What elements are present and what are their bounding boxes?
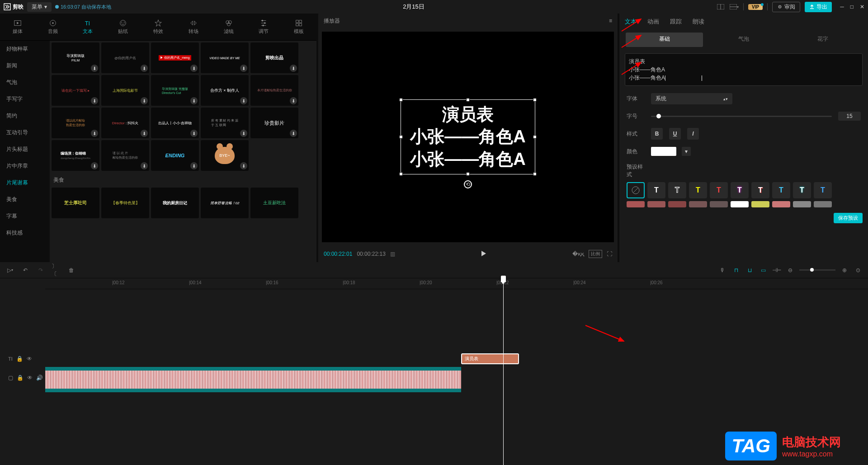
preset-style[interactable]: T xyxy=(668,182,686,198)
template-thumb[interactable]: 我的厨房日记 xyxy=(151,188,199,218)
sidebar-item[interactable]: 手写字 xyxy=(0,91,50,108)
export-button[interactable]: 导出 xyxy=(805,2,832,12)
sidebar-item[interactable]: 互动引导 xyxy=(0,124,50,141)
template-thumb[interactable]: 剪映出品⬇ xyxy=(250,42,298,73)
italic-button[interactable]: I xyxy=(687,128,699,140)
text-selection-box[interactable]: 演员表 小张——角色A 小张——角色A ⟲ xyxy=(401,99,535,174)
template-thumb[interactable]: 简单野餐攻略！02 xyxy=(201,188,249,218)
download-icon[interactable]: ⬇ xyxy=(240,65,247,72)
download-icon[interactable]: ⬇ xyxy=(290,97,297,104)
layout-icon-1[interactable] xyxy=(716,2,725,11)
vip-badge[interactable]: VIP xyxy=(748,4,763,10)
preset-style[interactable]: T xyxy=(647,182,665,198)
tab-text[interactable]: TI文本 xyxy=(71,14,106,40)
ratio-icon[interactable]: ▥ xyxy=(390,251,395,257)
subtab-bubble[interactable]: 气泡 xyxy=(705,33,782,47)
save-preset-button[interactable]: 保存预设 xyxy=(834,213,863,223)
template-thumb[interactable]: 出品人丨小小·吉祥物⬇ xyxy=(151,108,199,138)
sidebar-item[interactable]: 片中序章 xyxy=(0,158,50,174)
font-select[interactable]: 系统 ▴▾ xyxy=(651,93,732,104)
menu-button[interactable]: 菜单 ▾ xyxy=(27,2,52,12)
download-icon[interactable]: ⬇ xyxy=(190,130,198,137)
template-thumb[interactable]: 谨 以 此 片献给热爱生活的你⬇ xyxy=(101,140,149,171)
sidebar-item[interactable]: 科技感 xyxy=(0,225,50,241)
fullscreen-icon[interactable]: ⛶ xyxy=(607,251,612,257)
underline-button[interactable]: U xyxy=(669,128,681,140)
zoom-in-icon[interactable]: ⊕ xyxy=(840,266,849,275)
split-tool[interactable]: 〕〔 xyxy=(52,266,61,275)
template-thumb[interactable]: VIDEO MADE BY ME⬇ xyxy=(201,42,249,73)
player-canvas[interactable]: 演员表 小张——角色A 小张——角色A ⟲ xyxy=(322,32,614,242)
ratio-button[interactable]: 比例 xyxy=(589,250,602,258)
preset-bg[interactable] xyxy=(793,201,811,207)
preview-icon[interactable]: ▭ xyxy=(759,266,768,275)
preset-bg[interactable] xyxy=(689,201,707,207)
preset-bg[interactable] xyxy=(772,201,790,207)
mute-icon[interactable]: 🔊 xyxy=(36,375,43,381)
video-track-icon[interactable]: ▢ xyxy=(8,375,13,381)
template-thumb[interactable]: 土豆新吃法 xyxy=(250,188,298,218)
template-thumb[interactable]: 导演剪辑版FILM⬇ xyxy=(52,42,99,73)
tab-animation[interactable]: 动画 xyxy=(647,14,659,29)
download-icon[interactable]: ⬇ xyxy=(141,162,148,169)
project-title[interactable]: 2月15日 xyxy=(115,3,712,11)
size-slider[interactable] xyxy=(651,116,832,117)
sidebar-item[interactable]: 片尾谢幕 xyxy=(0,174,50,191)
tab-adjust[interactable]: 调节 xyxy=(246,14,281,40)
preset-bg[interactable] xyxy=(668,201,686,207)
template-thumb[interactable]: ▶ 你的用户名_meng⬇ xyxy=(151,42,199,73)
tab-text-props[interactable]: 文本 xyxy=(625,14,637,29)
template-thumb[interactable]: 合作方 × 制作人⬇ xyxy=(201,75,249,106)
download-icon[interactable]: ⬇ xyxy=(91,162,98,169)
download-icon[interactable]: ⬇ xyxy=(141,130,148,137)
sidebar-item[interactable]: 气泡 xyxy=(0,74,50,91)
delete-tool[interactable]: 🗑 xyxy=(67,266,76,275)
preset-bg[interactable] xyxy=(814,201,832,207)
download-icon[interactable]: ⬇ xyxy=(91,65,98,72)
tab-filter[interactable]: 滤镜 xyxy=(211,14,246,40)
sidebar-item[interactable]: 新闻 xyxy=(0,57,50,74)
preset-bg[interactable] xyxy=(751,201,769,207)
playhead[interactable] xyxy=(503,278,504,465)
preset-bg[interactable] xyxy=(710,201,728,207)
download-icon[interactable]: ⬇ xyxy=(290,65,297,72)
download-icon[interactable]: ⬇ xyxy=(190,97,198,104)
template-thumb[interactable]: BYE~⬇ xyxy=(201,140,249,171)
player-menu-icon[interactable]: ≡ xyxy=(609,18,612,24)
fit-icon[interactable]: ⊙ xyxy=(854,266,863,275)
preset-style[interactable]: T xyxy=(772,182,790,198)
preset-style[interactable]: T xyxy=(751,182,769,198)
download-icon[interactable]: ⬇ xyxy=(190,65,198,72)
close-icon[interactable]: ✕ xyxy=(860,4,864,10)
text-track-icon[interactable]: TI xyxy=(8,356,13,362)
template-thumb[interactable]: 芝士厚吐司 xyxy=(52,188,99,218)
redo-button[interactable]: ↷ xyxy=(36,266,45,275)
magnet-icon[interactable]: ⊓ xyxy=(731,266,741,275)
preset-style[interactable]: T xyxy=(814,182,832,198)
eye-icon[interactable]: 👁 xyxy=(27,356,32,362)
download-icon[interactable]: ⬇ xyxy=(91,97,98,104)
download-icon[interactable]: ⬇ xyxy=(141,65,148,72)
tab-media[interactable]: 媒体 xyxy=(0,14,35,40)
zoom-out-icon[interactable]: ⊖ xyxy=(786,266,795,275)
sidebar-item[interactable]: 字幕 xyxy=(0,208,50,225)
template-thumb[interactable]: ENDING⬇ xyxy=(151,140,199,171)
tab-tracking[interactable]: 跟踪 xyxy=(670,14,682,29)
tab-read[interactable]: 朗读 xyxy=(693,14,704,29)
download-icon[interactable]: ⬇ xyxy=(240,97,247,104)
tab-sticker[interactable]: 贴纸 xyxy=(105,14,141,40)
undo-button[interactable]: ↶ xyxy=(21,266,30,275)
tab-audio[interactable]: 音频 xyxy=(35,14,71,40)
subtab-basic[interactable]: 基础 xyxy=(626,33,703,47)
minimize-icon[interactable]: ─ xyxy=(840,4,844,10)
preset-none[interactable] xyxy=(627,182,645,198)
template-thumb[interactable]: @你的用户名⬇ xyxy=(101,42,149,73)
video-clip[interactable] xyxy=(45,367,461,392)
pointer-tool[interactable]: ▷▾ xyxy=(5,266,14,275)
template-thumb[interactable]: 珍贵影片⬇ xyxy=(250,108,298,138)
sidebar-item[interactable]: 美食 xyxy=(0,191,50,208)
time-ruler[interactable]: |00:12 |00:14 |00:16 |00:18 |00:20 |00:2… xyxy=(45,278,868,289)
download-icon[interactable]: ⬇ xyxy=(290,130,297,137)
sidebar-item[interactable]: 简约 xyxy=(0,108,50,124)
align-icon[interactable]: ⊣⊢ xyxy=(772,266,781,275)
